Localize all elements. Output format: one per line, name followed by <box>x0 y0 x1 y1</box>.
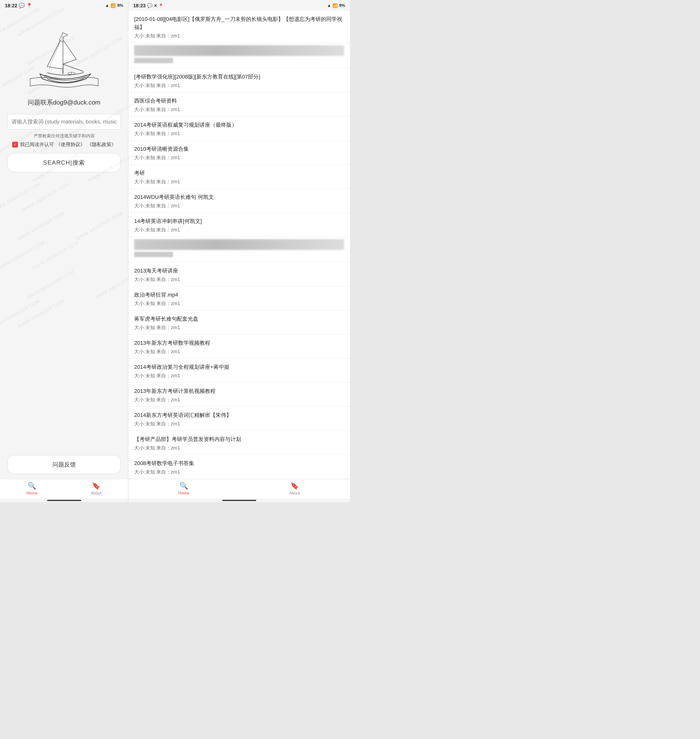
message-icon2: 💬 <box>147 3 152 8</box>
result-title: 西医综合考研资料 <box>134 97 344 105</box>
right-home-label: Home <box>178 491 189 496</box>
result-meta: 大小:未知 来自：zm1 <box>134 82 344 92</box>
left-main-content: 问题联系dog9@duck.com 严禁检索任何违规关键字和内容 我已阅读并认可… <box>0 11 128 479</box>
result-meta: 大小:未知 来自：zm1 <box>134 324 344 334</box>
wifi-icon2: ▲ <box>327 3 331 8</box>
result-title: 政治考研狂背.mp4 <box>134 291 344 299</box>
location-icon2: 📍 <box>159 3 163 8</box>
result-item[interactable]: 2013海天考研讲座大小:未知 来自：zm1 <box>128 262 350 286</box>
result-item[interactable]: 2014考研英语权威复习规划讲座（最终版）大小:未知 来自：zm1 <box>128 116 350 140</box>
left-nav-about[interactable]: 🔖 About <box>64 479 128 498</box>
result-item[interactable]: 考研大小:未知 来自：zm1 <box>128 165 350 188</box>
about-label: About <box>91 491 101 496</box>
result-title: 2013年新东方考研数学视频教程 <box>134 339 344 347</box>
result-title: 2013海天考研讲座 <box>134 266 344 275</box>
search-input[interactable] <box>7 114 121 130</box>
result-item[interactable]: 2014考研政治复习全程规划讲座+蒋中挺大小:未知 来自：zm1 <box>128 359 350 383</box>
result-meta: 大小:未知 来自：zm1 <box>134 276 344 286</box>
agree-checkbox[interactable] <box>12 142 18 147</box>
result-item[interactable]: [2010-01-08][04电影区]【俄罗斯方舟_一刀未剪的长镜头电影】【想遗… <box>128 11 350 43</box>
location-icon: 📍 <box>26 3 32 9</box>
right-nav-about[interactable]: 🔖 About <box>239 479 350 498</box>
result-title: 2014新东方考研英语词汇精解班【朱伟】 <box>134 411 344 419</box>
result-meta: 大小:未知 来自：zm1 <box>134 445 344 455</box>
result-meta: 大小:未知 来自：zm1 <box>134 32 344 43</box>
result-meta: 大小:未知 来自：zm1 <box>134 300 344 310</box>
result-title: 【考研产品部】考研学员普发资料内容与计划 <box>134 435 344 443</box>
result-meta: 大小:未知 来自：zm1 <box>134 469 344 478</box>
left-phone-panel: WWW.ABSKOOP.COM WWW.ABSKOOP.COM WWW.ABSK… <box>0 0 128 502</box>
result-title: 2013年新东方考研计算机视频教程 <box>134 387 344 395</box>
result-item[interactable]: 2008考研数学电子书答集大小:未知 来自：zm1 <box>128 455 350 479</box>
result-meta: 大小:未知 来自：zm1 <box>134 203 344 212</box>
result-item[interactable]: 2013年新东方考研数学视频教程大小:未知 来自：zm1 <box>128 334 350 359</box>
result-title: 2014考研政治复习全程规划讲座+蒋中挺 <box>134 363 344 371</box>
right-bottom-nav: 🔍 Home 🔖 About <box>128 479 350 498</box>
twitter-icon: ✕ <box>154 3 157 8</box>
result-item[interactable]: 14考研英语冲刺串讲[何凯文]大小:未知 来自：zm1 <box>128 213 350 237</box>
result-blurred-item[interactable] <box>128 43 350 68</box>
result-item[interactable]: 2014WDU考研英语长难句 何凯文大小:未知 来自：zm1 <box>128 188 350 213</box>
right-time: 18:23 <box>133 3 146 9</box>
result-title: [考研数学强化班][2008版][新东方教育在线][第07部分] <box>134 73 344 81</box>
result-item[interactable]: 2014新东方考研英语词汇精解班【朱伟】大小:未知 来自：zm1 <box>128 407 350 431</box>
left-time: 18:22 💬 📍 <box>5 3 32 9</box>
result-title: 2014考研英语权威复习规划讲座（最终版） <box>134 121 344 129</box>
result-meta: 大小:未知 来自：zm1 <box>134 372 344 383</box>
right-about-icon: 🔖 <box>290 482 299 490</box>
privacy-link[interactable]: 《隐私政策》 <box>87 141 116 148</box>
result-meta: 大小:未知 来自：zm1 <box>134 155 344 164</box>
feedback-button[interactable]: 问题反馈 <box>7 455 121 474</box>
warning-notice: 严禁检索任何违规关键字和内容 <box>34 133 95 139</box>
right-nav-home[interactable]: 🔍 Home <box>128 479 239 498</box>
signal-icon: 📶 <box>110 3 116 8</box>
left-home-indicator <box>0 498 128 502</box>
result-title: 考研 <box>134 169 344 177</box>
svg-line-1 <box>63 64 84 71</box>
about-icon: 🔖 <box>92 482 100 490</box>
agree-text: 我已阅读并认可 <box>20 141 54 148</box>
result-item[interactable]: 2013年新东方考研计算机视频教程大小:未知 来自：zm1 <box>128 383 350 407</box>
right-battery: 9% <box>339 3 345 8</box>
result-meta: 大小:未知 来自：zm1 <box>134 227 344 237</box>
right-home-indicator <box>128 498 350 502</box>
home-label: Home <box>26 491 37 496</box>
wifi-icon: ▲ <box>105 3 109 8</box>
terms-link[interactable]: 《使用协议》 <box>56 141 85 148</box>
result-title: 2008考研数学电子书答集 <box>134 459 344 467</box>
result-meta: 大小:未知 来自：zm1 <box>134 106 344 116</box>
signal-icon2: 📶 <box>332 3 338 8</box>
contact-info: 问题联系dog9@duck.com <box>28 98 101 107</box>
search-button[interactable]: SEARCH|搜索 <box>7 153 121 172</box>
right-about-label: About <box>289 491 300 496</box>
home-icon: 🔍 <box>28 482 36 490</box>
result-blurred-item[interactable] <box>128 237 350 262</box>
right-phone-panel: 18:23 💬 ✕ 📍 ▲ 📶 9% WWW.ABSKOOP.COM WWW.A… <box>128 0 350 502</box>
result-title: 2010考研清晰资源合集 <box>134 145 344 153</box>
left-bottom-nav: 🔍 Home 🔖 About <box>0 479 128 498</box>
message-icon: 💬 <box>19 3 25 9</box>
left-status-bar: 18:22 💬 📍 ▲ 📶 9% <box>0 0 128 11</box>
right-status-bar: 18:23 💬 ✕ 📍 ▲ 📶 9% <box>128 0 350 11</box>
result-title: [2010-01-08][04电影区]【俄罗斯方舟_一刀未剪的长镜头电影】【想遗… <box>134 15 344 31</box>
result-item[interactable]: [考研数学强化班][2008版][新东方教育在线][第07部分]大小:未知 来自… <box>128 68 350 93</box>
result-title: 14考研英语冲刺串讲[何凯文] <box>134 217 344 225</box>
result-item[interactable]: 西医综合考研资料大小:未知 来自：zm1 <box>128 93 350 116</box>
left-nav-home[interactable]: 🔍 Home <box>0 479 64 498</box>
result-item[interactable]: 政治考研狂背.mp4大小:未知 来自：zm1 <box>128 286 350 311</box>
result-item[interactable]: 【考研产品部】考研学员普发资料内容与计划大小:未知 来自：zm1 <box>128 431 350 455</box>
battery-level: 9% <box>117 3 123 8</box>
result-item[interactable]: 2010考研清晰资源合集大小:未知 来自：zm1 <box>128 140 350 165</box>
result-title: 蒋军虎考研长难句配套光盘 <box>134 315 344 323</box>
result-item[interactable]: 蒋军虎考研长难句配套光盘大小:未知 来自：zm1 <box>128 311 350 334</box>
result-meta: 大小:未知 来自：zm1 <box>134 178 344 188</box>
result-meta: 大小:未知 来自：zm1 <box>134 396 344 406</box>
result-title: 2014WDU考研英语长难句 何凯文 <box>134 193 344 201</box>
results-list[interactable]: [2010-01-08][04电影区]【俄罗斯方舟_一刀未剪的长镜头电影】【想遗… <box>128 11 350 479</box>
result-meta: 大小:未知 来自：zm1 <box>134 130 344 140</box>
agree-row: 我已阅读并认可 《使用协议》 《隐私政策》 <box>12 141 116 148</box>
boat-illustration <box>25 18 103 96</box>
right-home-icon: 🔍 <box>179 482 188 490</box>
result-meta: 大小:未知 来自：zm1 <box>134 421 344 430</box>
result-meta: 大小:未知 来自：zm1 <box>134 348 344 358</box>
